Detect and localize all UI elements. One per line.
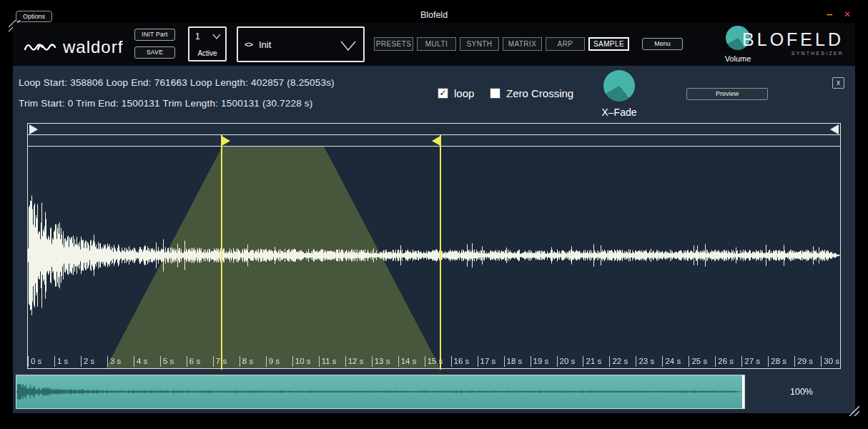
resize-grip[interactable] [848,405,859,416]
nav-tab-multi[interactable]: MULTI [417,37,456,51]
loop-start-handle[interactable] [222,136,230,146]
xfade-control: X–Fade [589,70,649,118]
waldorf-logo: waldorf [24,37,123,57]
loop-start-line[interactable] [221,135,222,370]
nav-tabs: PRESETSMULTISYNTHMATRIXARPSAMPLE [374,37,629,51]
blofeld-wordmark: BLOFELD [742,29,844,50]
loop-info-text: Loop Start: 358806 Loop End: 761663 Loop… [19,77,335,88]
close-icon[interactable]: ✕ [844,9,851,19]
waldorf-waves-icon [24,40,56,54]
nav-tab-synth[interactable]: SYNTH [460,37,499,51]
titlebar: Options Blofeld – ✕ [0,0,868,23]
loop-checkbox[interactable]: ✓ [438,88,448,99]
init-part-button[interactable]: INIT Part [134,29,175,41]
nav-tab-sample[interactable]: SAMPLE [588,37,629,51]
waldorf-wordmark: waldorf [63,37,123,57]
zero-crossing-label: Zero Crossing [506,87,573,99]
waveform-display[interactable]: 0 s1 s2 s3 s4 s5 s6 s7 s8 s9 s10 s11 s12… [27,146,841,369]
zoom-level: 100% [749,375,854,409]
preview-button[interactable]: Preview [686,88,768,100]
sample-editor-panel: Loop Start: 358806 Loop End: 761663 Loop… [13,66,855,413]
part-selector[interactable]: 1 Active [188,26,227,61]
save-button[interactable]: SAVE [134,46,175,59]
part-active-label: Active [189,49,225,57]
menu-button[interactable]: Menu [642,38,683,50]
trim-info-text: Trim Start: 0 Trim End: 1500131 Trim Len… [19,98,313,109]
loop-end-line[interactable] [440,135,441,370]
trim-marker-bar[interactable] [27,123,841,135]
synthesizer-label: SYNTHESIZER [742,51,844,56]
preset-selector[interactable]: <> Init [237,26,365,62]
nav-tab-arp[interactable]: ARP [546,37,585,51]
minimize-icon[interactable]: – [827,8,832,20]
waveform-canvas[interactable] [28,147,840,368]
window-title: Blofeld [0,10,868,20]
preset-prev-next-icon[interactable]: <> [245,40,252,49]
editor-close-button[interactable]: x [832,77,844,89]
xfade-knob[interactable] [603,70,635,102]
header-bar: waldorf INIT Part SAVE 1 Active <> Init … [13,23,855,66]
zero-crossing-checkbox[interactable] [490,88,500,99]
chevron-down-icon[interactable] [212,34,221,39]
preset-name: Init [259,39,271,50]
chevron-down-icon[interactable] [340,40,357,51]
time-ruler: 0 s1 s2 s3 s4 s5 s6 s7 s8 s9 s10 s11 s12… [28,355,840,367]
overview-canvas[interactable] [16,376,743,408]
nav-tab-matrix[interactable]: MATRIX [503,37,542,51]
waveform-overview[interactable] [16,375,745,409]
part-number: 1 [195,31,200,41]
blofeld-logo: BLOFELD SYNTHESIZER [742,29,844,56]
xfade-label: X–Fade [589,107,649,118]
overview-selection-handle[interactable] [742,375,744,408]
trim-end-handle[interactable] [830,124,839,134]
loop-checkbox-label: loop [454,87,474,99]
trim-start-handle[interactable] [29,124,38,134]
nav-tab-presets[interactable]: PRESETS [374,37,413,51]
